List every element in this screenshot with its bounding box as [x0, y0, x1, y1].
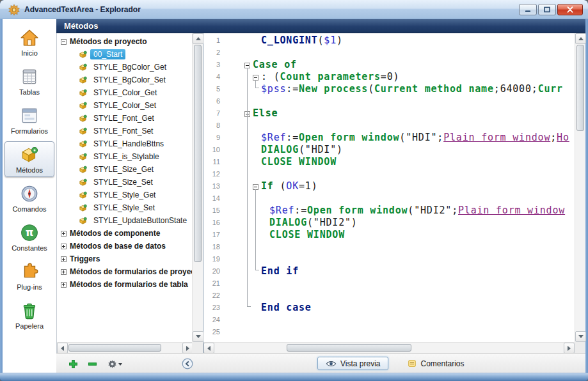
sidebar-item-plugins[interactable]: Plug-ins: [4, 258, 54, 294]
options-menu-button[interactable]: [105, 357, 124, 370]
sidebar-item-papelera[interactable]: Papelera: [4, 297, 54, 333]
minimize-button[interactable]: [519, 4, 537, 15]
line-number[interactable]: 11: [204, 156, 225, 168]
editor-scroll-down-button[interactable]: [575, 331, 586, 342]
titlebar[interactable]: AdvancedTextArea - Explorador: [0, 0, 588, 19]
line-number[interactable]: 2: [204, 47, 225, 59]
maximize-button[interactable]: [538, 4, 556, 15]
code-line[interactable]: [226, 253, 575, 265]
code-line[interactable]: $Ref:=Open form window("HDI2";Plain form…: [226, 205, 575, 217]
expand-toggle-icon[interactable]: [61, 231, 67, 237]
tree-vertical-scrollbar[interactable]: [192, 33, 203, 342]
line-number[interactable]: 10: [204, 144, 225, 156]
code-line[interactable]: Else: [226, 107, 575, 120]
tree-group-row[interactable]: Métodos de componente: [58, 227, 192, 240]
editor-vertical-scrollbar[interactable]: [575, 33, 585, 342]
line-number[interactable]: 20: [204, 265, 225, 277]
editor-vscroll-thumb[interactable]: [576, 45, 584, 131]
tree-group-row[interactable]: Métodos de proyecto: [58, 35, 192, 48]
tree-group-row[interactable]: Métodos de formularios de tabla: [58, 278, 192, 291]
sidebar-item-metodos[interactable]: Métodos: [4, 141, 54, 177]
code-line[interactable]: C_LONGINT($1): [226, 35, 575, 47]
code-line[interactable]: [226, 47, 575, 59]
code-line[interactable]: $Ref:=Open form window("HDI";Plain form …: [226, 132, 575, 144]
tree-item-row[interactable]: STYLE_Size_Get: [58, 163, 192, 176]
code-line[interactable]: : (Count parameters=0): [226, 71, 575, 83]
tree-vscroll-thumb[interactable]: [194, 45, 202, 262]
code-line[interactable]: $pss:=New process(Current method name;64…: [226, 83, 575, 95]
line-number[interactable]: 5: [204, 83, 225, 95]
editor-scroll-up-button[interactable]: [575, 33, 586, 44]
line-number[interactable]: 22: [204, 290, 225, 302]
tree-hscroll-thumb[interactable]: [68, 344, 161, 352]
code-line[interactable]: [226, 290, 575, 302]
line-number[interactable]: 19: [204, 253, 225, 265]
code-line[interactable]: [226, 241, 575, 253]
tree-scroll-down-button[interactable]: [193, 331, 203, 342]
editor-scroll-left-button[interactable]: [203, 343, 214, 354]
tree-item-row[interactable]: STYLE_Color_Get: [58, 86, 192, 99]
code-line[interactable]: CLOSE WINDOW: [226, 229, 575, 241]
expand-toggle-icon[interactable]: [61, 269, 67, 275]
comments-button[interactable]: Comentarios: [402, 357, 469, 370]
code-line[interactable]: [226, 314, 575, 326]
sidebar-item-formularios[interactable]: Formularios: [4, 102, 54, 138]
tree-group-row[interactable]: Triggers: [58, 253, 192, 265]
code-lines[interactable]: C_LONGINT($1)Case of: (Count parameters=…: [226, 35, 575, 342]
code-line[interactable]: If (OK=1): [226, 180, 575, 192]
sidebar-item-tablas[interactable]: Tablas: [4, 63, 54, 99]
code-line[interactable]: [226, 192, 575, 205]
sidebar-item-comandos[interactable]: Comandos: [4, 180, 54, 216]
expand-toggle-icon[interactable]: [61, 244, 67, 249]
tree-group-row[interactable]: Métodos de formularios de proyecto: [58, 265, 192, 278]
editor-scroll-right-button[interactable]: [564, 343, 575, 354]
line-number[interactable]: 3: [204, 59, 225, 71]
line-number[interactable]: 17: [204, 229, 225, 241]
code-line[interactable]: End if: [226, 265, 575, 277]
expand-toggle-icon[interactable]: [61, 256, 67, 262]
line-number[interactable]: 7: [204, 107, 225, 120]
line-number[interactable]: 25: [204, 326, 225, 338]
line-number[interactable]: 14: [204, 192, 225, 205]
line-number[interactable]: 4: [204, 71, 225, 83]
line-number[interactable]: 24: [204, 314, 225, 326]
tree-item-row[interactable]: STYLE_BgColor_Set: [58, 74, 192, 86]
tree-item-row[interactable]: STYLE_Style_Get: [58, 189, 192, 201]
sidebar-item-constantes[interactable]: πConstantes: [4, 219, 54, 255]
add-method-button[interactable]: [65, 357, 81, 370]
line-number[interactable]: 12: [204, 168, 225, 180]
line-number[interactable]: 9: [204, 132, 225, 144]
tree-item-row[interactable]: STYLE_Font_Set: [58, 125, 192, 137]
tree-item-row[interactable]: STYLE_Size_Set: [58, 176, 192, 189]
collapse-toggle-icon[interactable]: [61, 39, 67, 45]
line-number[interactable]: 1: [204, 35, 225, 47]
line-number[interactable]: 8: [204, 120, 225, 132]
line-number[interactable]: 21: [204, 277, 225, 290]
tree-scroll-up-button[interactable]: [193, 33, 203, 44]
sidebar-item-inicio[interactable]: Inicio: [4, 24, 54, 60]
tree-scroll-left-button[interactable]: [57, 343, 68, 354]
tree-group-row[interactable]: Métodos de base de datos: [58, 240, 192, 253]
collapse-panel-button[interactable]: [182, 358, 193, 369]
close-button[interactable]: [557, 4, 583, 15]
line-number[interactable]: 15: [204, 205, 225, 217]
line-number[interactable]: 6: [204, 95, 225, 107]
tree-item-row[interactable]: STYLE_Font_Get: [58, 112, 192, 125]
code-line[interactable]: [226, 120, 575, 132]
code-line[interactable]: CLOSE WINDOW: [226, 156, 575, 168]
code-line[interactable]: Case of: [226, 59, 575, 71]
tree-item-row[interactable]: STYLE_Color_Set: [58, 99, 192, 112]
tree-item-row[interactable]: 00_Start: [58, 48, 192, 61]
expand-toggle-icon[interactable]: [61, 282, 67, 288]
code-line[interactable]: [226, 277, 575, 290]
line-number[interactable]: 13: [204, 180, 225, 192]
tree-horizontal-scrollbar[interactable]: [57, 342, 193, 353]
editor-horizontal-scrollbar[interactable]: [203, 342, 575, 353]
tree-item-row[interactable]: STYLE_is_Stylable: [58, 150, 192, 163]
editor-hscroll-thumb[interactable]: [287, 344, 411, 352]
remove-method-button[interactable]: [84, 357, 100, 370]
preview-button[interactable]: Vista previa: [317, 357, 388, 370]
code-line[interactable]: [226, 326, 575, 338]
line-number[interactable]: 18: [204, 241, 225, 253]
code-line[interactable]: DIALOG("HDI2"): [226, 217, 575, 229]
